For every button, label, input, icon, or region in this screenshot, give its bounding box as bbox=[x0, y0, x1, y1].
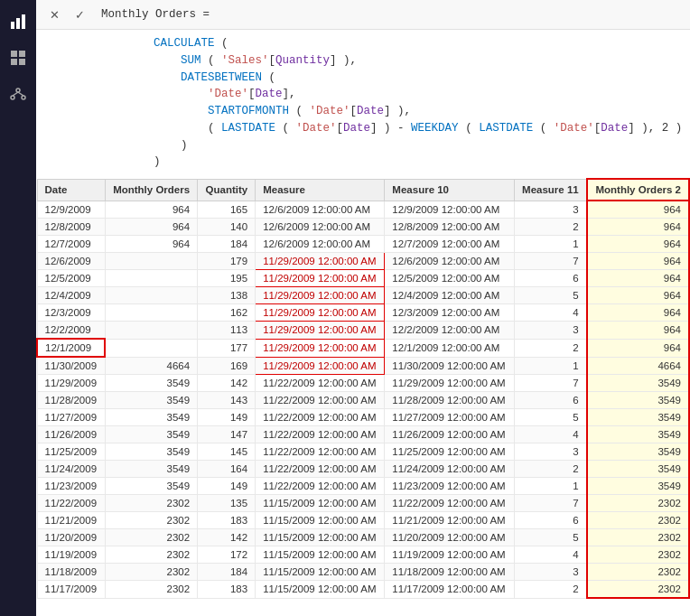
table-cell: 12/4/2009 bbox=[37, 287, 105, 304]
table-header-row: Date Monthly Orders Quantity Measure Mea… bbox=[37, 179, 689, 201]
code-editor[interactable]: CALCULATE ( SUM ( 'Sales'[Quantity] ), D… bbox=[36, 30, 690, 178]
table-cell: 3549 bbox=[105, 461, 198, 478]
table-cell: 1 bbox=[514, 478, 587, 495]
code-line-8: ) bbox=[154, 154, 679, 171]
table-cell: 12/3/2009 12:00:00 AM bbox=[385, 304, 514, 322]
table-cell: 11/23/2009 bbox=[37, 478, 105, 495]
table-cell: 11/26/2009 bbox=[37, 426, 105, 443]
table-cell: 11/19/2009 12:00:00 AM bbox=[385, 546, 514, 564]
table-cell: 3549 bbox=[105, 409, 198, 426]
table-cell bbox=[105, 304, 198, 322]
table-cell: 12/8/2009 12:00:00 AM bbox=[385, 219, 514, 236]
table-cell: 2302 bbox=[587, 495, 689, 512]
bar-chart-icon[interactable] bbox=[4, 7, 33, 36]
table-cell: 183 bbox=[198, 512, 256, 529]
table-cell: 11/29/2009 12:00:00 AM bbox=[256, 270, 385, 287]
table-cell: 7 bbox=[514, 253, 587, 270]
table-cell: 11/25/2009 12:00:00 AM bbox=[385, 443, 514, 461]
table-cell: 165 bbox=[198, 201, 256, 219]
table-cell: 2302 bbox=[105, 564, 198, 581]
table-cell: 11/15/2009 12:00:00 AM bbox=[256, 564, 385, 581]
table-cell: 11/15/2009 12:00:00 AM bbox=[256, 529, 385, 546]
table-cell: 6 bbox=[514, 512, 587, 529]
code-line-4: 'Date'[Date], bbox=[154, 86, 679, 103]
table-cell bbox=[105, 287, 198, 304]
table-cell: 149 bbox=[198, 478, 256, 495]
table-cell: 164 bbox=[198, 461, 256, 478]
table-cell: 964 bbox=[587, 201, 689, 219]
table-cell: 12/3/2009 bbox=[37, 304, 105, 322]
table-cell: 4 bbox=[514, 304, 587, 322]
table-cell: 2 bbox=[514, 339, 587, 357]
table-cell: 11/17/2009 12:00:00 AM bbox=[385, 581, 514, 599]
grid-icon[interactable] bbox=[4, 43, 33, 72]
table-cell: 3549 bbox=[105, 426, 198, 443]
table-cell: 964 bbox=[105, 201, 198, 219]
table-cell bbox=[105, 322, 198, 340]
table-cell: 12/6/2009 12:00:00 AM bbox=[256, 201, 385, 219]
table-row: 11/25/2009354914511/22/2009 12:00:00 AM1… bbox=[37, 443, 689, 461]
table-cell bbox=[105, 270, 198, 287]
table-cell: 3549 bbox=[587, 443, 689, 461]
table-row: 12/9/200996416512/6/2009 12:00:00 AM12/9… bbox=[37, 201, 689, 219]
svg-point-9 bbox=[22, 96, 25, 99]
table-row: 11/28/2009354914311/22/2009 12:00:00 AM1… bbox=[37, 392, 689, 409]
table-cell: 11/22/2009 12:00:00 AM bbox=[256, 392, 385, 409]
table-cell: 2 bbox=[514, 581, 587, 599]
svg-rect-2 bbox=[22, 14, 25, 29]
table-cell: 143 bbox=[198, 392, 256, 409]
table-cell: 177 bbox=[198, 339, 256, 357]
table-cell: 4 bbox=[514, 426, 587, 443]
table-cell: 11/17/2009 bbox=[37, 581, 105, 599]
table-cell: 11/21/2009 bbox=[37, 512, 105, 529]
table-cell: 135 bbox=[198, 495, 256, 512]
data-table-area[interactable]: Date Monthly Orders Quantity Measure Mea… bbox=[36, 178, 690, 616]
table-cell: 6 bbox=[514, 392, 587, 409]
col-header-measure: Measure bbox=[256, 179, 385, 201]
table-row: 12/3/200916211/29/2009 12:00:00 AM12/3/2… bbox=[37, 304, 689, 322]
table-cell: 11/21/2009 12:00:00 AM bbox=[385, 512, 514, 529]
table-cell: 12/4/2009 12:00:00 AM bbox=[385, 287, 514, 304]
table-row: 12/7/200996418412/6/2009 12:00:00 AM12/7… bbox=[37, 236, 689, 253]
svg-line-10 bbox=[13, 92, 18, 96]
table-cell: 964 bbox=[587, 219, 689, 236]
table-cell: 1 bbox=[514, 236, 587, 253]
table-cell: 11/15/2009 12:00:00 AM bbox=[256, 546, 385, 564]
svg-rect-5 bbox=[11, 59, 17, 65]
table-cell: 11/24/2009 12:00:00 AM bbox=[385, 461, 514, 478]
table-cell bbox=[105, 253, 198, 270]
table-cell: 11/29/2009 bbox=[37, 375, 105, 392]
table-cell: 964 bbox=[587, 339, 689, 357]
svg-rect-6 bbox=[19, 59, 25, 65]
table-row: 11/27/2009354914911/22/2009 12:00:00 AM1… bbox=[37, 409, 689, 426]
table-row: 12/6/200917911/29/2009 12:00:00 AM12/6/2… bbox=[37, 253, 689, 270]
table-cell: 11/27/2009 bbox=[37, 409, 105, 426]
table-cell bbox=[105, 339, 198, 357]
table-cell: 12/1/2009 12:00:00 AM bbox=[385, 339, 514, 357]
table-cell: 5 bbox=[514, 409, 587, 426]
table-cell: 140 bbox=[198, 219, 256, 236]
table-cell: 11/29/2009 12:00:00 AM bbox=[385, 375, 514, 392]
table-cell: 964 bbox=[587, 253, 689, 270]
table-cell: 11/26/2009 12:00:00 AM bbox=[385, 426, 514, 443]
table-cell: 3 bbox=[514, 322, 587, 340]
table-cell: 11/22/2009 12:00:00 AM bbox=[256, 409, 385, 426]
table-cell: 5 bbox=[514, 287, 587, 304]
code-line-5: STARTOFMONTH ( 'Date'[Date] ), bbox=[154, 103, 679, 120]
table-cell: 4664 bbox=[587, 357, 689, 375]
code-line-6: ( LASTDATE ( 'Date'[Date] ) - WEEKDAY ( … bbox=[154, 120, 679, 137]
table-row: 11/29/2009354914211/22/2009 12:00:00 AM1… bbox=[37, 375, 689, 392]
confirm-button[interactable]: ✓ bbox=[69, 4, 90, 25]
table-cell: 184 bbox=[198, 564, 256, 581]
cancel-button[interactable]: ✕ bbox=[43, 4, 65, 25]
network-icon[interactable] bbox=[4, 79, 33, 108]
table-cell: 11/20/2009 12:00:00 AM bbox=[385, 529, 514, 546]
table-cell: 7 bbox=[514, 495, 587, 512]
col-header-quantity: Quantity bbox=[198, 179, 256, 201]
svg-rect-3 bbox=[11, 51, 17, 57]
table-row: 12/5/200919511/29/2009 12:00:00 AM12/5/2… bbox=[37, 270, 689, 287]
table-row: 11/21/2009230218311/15/2009 12:00:00 AM1… bbox=[37, 512, 689, 529]
table-cell: 5 bbox=[514, 529, 587, 546]
table-cell: 11/29/2009 12:00:00 AM bbox=[256, 322, 385, 340]
col-header-date: Date bbox=[37, 179, 105, 201]
